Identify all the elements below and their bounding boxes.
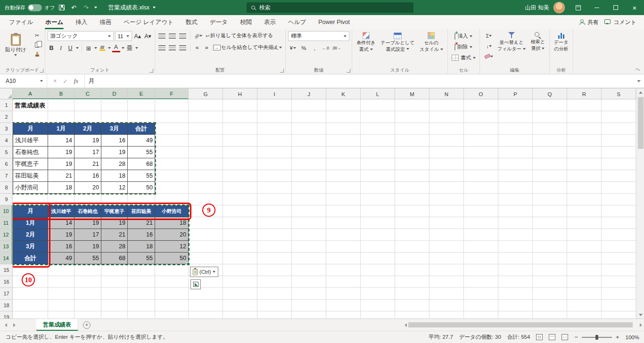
- ribbon-tab-draw[interactable]: 描画: [93, 15, 117, 29]
- column-header-P[interactable]: P: [498, 89, 533, 99]
- cell-J2[interactable]: [292, 111, 326, 123]
- cell-A17[interactable]: [13, 288, 48, 300]
- percent-style-button[interactable]: %: [299, 43, 308, 53]
- paste-button[interactable]: 貼り付け: [2, 33, 29, 57]
- quick-analysis-button[interactable]: [190, 279, 201, 289]
- column-header-O[interactable]: O: [464, 89, 498, 99]
- cell-K19[interactable]: [326, 311, 361, 318]
- cell-B13[interactable]: 16: [48, 241, 74, 253]
- cell-Q2[interactable]: [533, 111, 567, 123]
- cell-E14[interactable]: 55: [128, 253, 155, 264]
- cell-P6[interactable]: [498, 158, 533, 170]
- cell-H15[interactable]: [223, 264, 257, 276]
- column-header-B[interactable]: B: [48, 89, 74, 99]
- cell-R12[interactable]: [567, 229, 602, 241]
- wrap-text-button[interactable]: ↩ 折り返して全体を表示する: [205, 31, 274, 41]
- cell-A9[interactable]: [13, 194, 48, 205]
- cell-S18[interactable]: [602, 300, 636, 311]
- cell-L19[interactable]: [361, 311, 395, 318]
- cell-E11[interactable]: 21: [128, 217, 155, 229]
- cell-B5[interactable]: 19: [48, 147, 74, 158]
- cell-L10[interactable]: [361, 205, 395, 217]
- cell-G8[interactable]: [189, 182, 223, 194]
- cell-E1[interactable]: [128, 99, 155, 111]
- number-dialog-launcher[interactable]: [347, 69, 350, 73]
- cell-O12[interactable]: [464, 229, 498, 241]
- horizontal-scroll-thumb[interactable]: [408, 322, 633, 327]
- cell-P11[interactable]: [498, 217, 533, 229]
- row-header-7[interactable]: 7: [0, 170, 13, 182]
- cell-O8[interactable]: [464, 182, 498, 194]
- document-title[interactable]: 営業成績表.xlsx: [108, 4, 156, 12]
- cell-E2[interactable]: [128, 111, 155, 123]
- expand-formula-bar-button[interactable]: [634, 74, 644, 88]
- cell-Q8[interactable]: [533, 182, 567, 194]
- cell-K12[interactable]: [326, 229, 361, 241]
- cell-F10[interactable]: 小野浩司: [155, 205, 189, 217]
- cell-G18[interactable]: [189, 300, 223, 311]
- cell-L3[interactable]: [361, 123, 395, 135]
- cell-C4[interactable]: 19: [74, 135, 101, 147]
- page-break-view-button[interactable]: [561, 334, 568, 340]
- cell-C5[interactable]: 17: [74, 147, 101, 158]
- cell-I1[interactable]: [257, 99, 292, 111]
- cell-D2[interactable]: [101, 111, 128, 123]
- cell-A8[interactable]: 小野浩司: [13, 182, 48, 194]
- font-size-select[interactable]: 11: [115, 31, 132, 41]
- cell-G5[interactable]: [189, 147, 223, 158]
- cell-B15[interactable]: [48, 264, 74, 276]
- cell-B3[interactable]: 1月: [48, 123, 74, 135]
- cell-N1[interactable]: [429, 99, 464, 111]
- cell-C18[interactable]: [74, 300, 101, 311]
- phonetic-button[interactable]: 亜: [126, 43, 134, 53]
- cell-I15[interactable]: [257, 264, 292, 276]
- cell-N6[interactable]: [429, 158, 464, 170]
- cell-H4[interactable]: [223, 135, 257, 147]
- cell-B6[interactable]: 19: [48, 158, 74, 170]
- page-layout-view-button[interactable]: [549, 334, 555, 340]
- cell-Q1[interactable]: [533, 99, 567, 111]
- cell-I11[interactable]: [257, 217, 292, 229]
- cell-E15[interactable]: [128, 264, 155, 276]
- format-cells-button[interactable]: 書式: [450, 53, 477, 63]
- cell-M2[interactable]: [395, 111, 429, 123]
- increase-font-button[interactable]: A▴: [133, 32, 142, 41]
- cell-F16[interactable]: [155, 276, 189, 288]
- cell-E4[interactable]: 49: [128, 135, 155, 147]
- cell-K5[interactable]: [326, 147, 361, 158]
- cell-K16[interactable]: [326, 276, 361, 288]
- cell-M19[interactable]: [395, 311, 429, 318]
- cell-B8[interactable]: 18: [48, 182, 74, 194]
- cell-N7[interactable]: [429, 170, 464, 182]
- cell-I13[interactable]: [257, 241, 292, 253]
- enter-button[interactable]: ✓: [63, 78, 67, 85]
- cell-I18[interactable]: [257, 300, 292, 311]
- column-header-R[interactable]: R: [567, 89, 602, 99]
- cell-M15[interactable]: [395, 264, 429, 276]
- cell-B17[interactable]: [48, 288, 74, 300]
- cell-A18[interactable]: [13, 300, 48, 311]
- cell-J14[interactable]: [292, 253, 326, 264]
- sort-filter-button[interactable]: 並べ替えと フィルター: [495, 31, 528, 53]
- maximize-button[interactable]: [606, 0, 625, 15]
- cell-H1[interactable]: [223, 99, 257, 111]
- cell-K9[interactable]: [326, 194, 361, 205]
- alignment-dialog-launcher[interactable]: [280, 69, 284, 73]
- cell-B11[interactable]: 14: [48, 217, 74, 229]
- normal-view-button[interactable]: [536, 334, 543, 340]
- cell-P2[interactable]: [498, 111, 533, 123]
- row-header-11[interactable]: 11: [0, 217, 13, 229]
- cell-D4[interactable]: 16: [101, 135, 128, 147]
- cell-E9[interactable]: [128, 194, 155, 205]
- cell-N17[interactable]: [429, 288, 464, 300]
- cell-H3[interactable]: [223, 123, 257, 135]
- cell-A10[interactable]: 月: [13, 205, 48, 217]
- cell-H12[interactable]: [223, 229, 257, 241]
- next-sheet-button[interactable]: [13, 323, 16, 327]
- column-header-L[interactable]: L: [361, 89, 395, 99]
- cell-S10[interactable]: [602, 205, 636, 217]
- cell-K8[interactable]: [326, 182, 361, 194]
- cell-F8[interactable]: [155, 182, 189, 194]
- minimize-button[interactable]: [587, 0, 606, 15]
- cell-L17[interactable]: [361, 288, 395, 300]
